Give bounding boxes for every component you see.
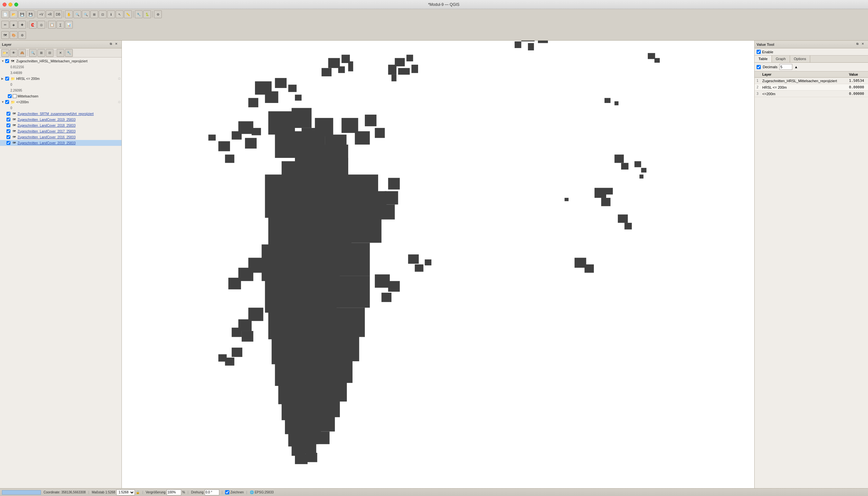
field-calc-btn[interactable]: ∑	[57, 21, 64, 29]
decimals-label: Decimals	[763, 65, 777, 69]
measure-btn[interactable]: 📏	[124, 11, 132, 18]
maximize-button[interactable]	[14, 3, 18, 6]
tab-table[interactable]: Table	[755, 56, 772, 62]
raster-icon-lc2018: 🗺	[11, 123, 17, 128]
svg-rect-0	[122, 41, 754, 488]
layer-label-hrsl: Zugeschnitten_HRSL_Mittelsachen_reprojiz…	[16, 59, 88, 63]
scale-value: 1:5268	[105, 491, 115, 494]
zoom-full-btn[interactable]: ⊞	[90, 11, 98, 18]
attribute-table-btn[interactable]: 📋	[48, 21, 56, 29]
scale-combo[interactable]: 1:5268	[116, 490, 135, 495]
group-icon: 📁	[10, 76, 15, 81]
render-checkbox[interactable]	[225, 490, 229, 494]
layer-checkbox-lc2019[interactable]	[6, 118, 11, 122]
layer-item-lc2018[interactable]: 🗺 Zugeschnitten_LandCover_2018_25833	[0, 122, 122, 128]
statistical-summary-btn[interactable]: 📊	[65, 21, 73, 29]
layer-item-lc2016[interactable]: 🗺 Zugeschnitten_LandCover_2016_25833	[0, 134, 122, 140]
value-0b: 0	[11, 106, 12, 110]
row-value: 0.00000	[847, 91, 868, 97]
value-panel-corner-buttons: ⧉ ✕	[856, 42, 866, 47]
save-project-btn[interactable]: 💾	[18, 11, 26, 18]
rotation-input[interactable]	[205, 490, 219, 495]
save-as-btn[interactable]: 💾	[27, 11, 34, 18]
plugins-btn[interactable]: 🔧	[135, 11, 143, 18]
layer-checkbox-hrsl[interactable]	[5, 59, 9, 63]
composer-btn[interactable]: 🗺	[1, 31, 9, 39]
value-label2: 3.44699	[11, 71, 22, 75]
identify-btn[interactable]: ℹ	[107, 11, 115, 18]
svg-rect-66	[301, 275, 340, 308]
value-table: Layer Value 1 Zugeschnitten_HRSL_Mittels…	[755, 72, 868, 97]
style-manager-btn[interactable]: 🎨	[10, 31, 17, 39]
map-area[interactable]	[122, 41, 754, 488]
minimize-button[interactable]	[9, 3, 12, 6]
layer-checkbox-lc2018[interactable]	[6, 123, 11, 127]
enable-checkbox[interactable]	[757, 50, 761, 54]
filter-layers-btn[interactable]: 🔍	[29, 49, 37, 57]
zoom-out-btn[interactable]: 🔍	[82, 11, 90, 18]
topology-btn[interactable]: ◎	[37, 21, 45, 29]
edit-btn[interactable]: ✏	[1, 21, 9, 29]
tab-graph[interactable]: Graph	[772, 56, 790, 62]
decimals-checkbox[interactable]	[757, 65, 761, 69]
layer-checkbox-srtm[interactable]	[6, 112, 11, 115]
select-btn[interactable]: ↖	[115, 11, 123, 18]
tab-options[interactable]: Options	[790, 56, 810, 62]
layer-item-lc2019b[interactable]: 🗺 Zugeschnitten_LandCover_2019_25833	[0, 140, 122, 146]
progress-bar	[2, 490, 41, 495]
zoom-in-btn[interactable]: 🔍	[74, 11, 81, 18]
settings-btn[interactable]: ⚙	[18, 31, 26, 39]
expand-all-btn[interactable]: ⊞	[37, 49, 45, 57]
layer-checkbox-hrsl200m[interactable]	[5, 77, 9, 80]
open-project-btn[interactable]: 📂	[10, 11, 17, 18]
decimals-spinner-up[interactable]: ▲	[794, 65, 798, 69]
hide-all-layers-btn[interactable]: 🙈	[18, 49, 26, 57]
open-layer-properties-btn[interactable]: 🔧	[65, 49, 73, 57]
close-button[interactable]	[3, 3, 6, 6]
layer-item-le200m[interactable]: ▼ 📁 <=200m □	[0, 99, 122, 105]
table-header-row: Layer Value	[755, 72, 868, 78]
layer-item-lc2017[interactable]: 🗺 Zugeschnitten_LandCover_2017_25833	[0, 128, 122, 134]
svg-rect-73	[385, 191, 398, 205]
layer-item-lc2019[interactable]: 🗺 Zugeschnitten_LandCover_2019_25833	[0, 117, 122, 122]
svg-rect-27	[322, 68, 332, 76]
toolbar-row-3: 🗺 🎨 ⚙	[0, 30, 868, 40]
float-value-panel-btn[interactable]: ⧉	[856, 42, 861, 47]
digitize-btn[interactable]: ✚	[18, 21, 26, 29]
layer-checkbox-lc2017[interactable]	[6, 129, 11, 133]
close-panel-btn[interactable]: ✕	[115, 42, 120, 47]
expand-icon-3: ▼	[1, 100, 4, 104]
sep-status-4: |	[222, 491, 223, 494]
zoom-layer-btn[interactable]: ⊡	[99, 11, 107, 18]
layer-item-mittelsachsen[interactable]: Mittelsachsen	[0, 93, 122, 99]
layer-checkbox-mittelsachsen[interactable]	[8, 94, 12, 98]
expand-icon: ▼	[1, 59, 4, 63]
layer-checkbox-le200m[interactable]	[5, 100, 9, 104]
remove-layer-btn[interactable]: ✕	[57, 49, 64, 57]
svg-rect-123	[634, 161, 641, 167]
add-group-btn[interactable]: 📁+	[1, 49, 9, 57]
zoom-input[interactable]	[167, 490, 181, 495]
add-db-btn[interactable]: DB	[54, 11, 62, 18]
snapping-btn[interactable]: 🧲	[29, 21, 37, 29]
python-btn[interactable]: 🐍	[143, 11, 151, 18]
processing-btn[interactable]: ⚙	[154, 11, 162, 18]
svg-rect-31	[615, 101, 619, 105]
decimals-input[interactable]	[779, 64, 792, 70]
layer-checkbox-lc2016[interactable]	[6, 135, 11, 139]
add-vector-btn[interactable]: +V	[37, 11, 45, 18]
add-raster-btn[interactable]: +R	[46, 11, 53, 18]
layer-item-hrsl200m[interactable]: ▶ 📁 HRSL <= 200m □	[0, 76, 122, 81]
close-value-panel-btn[interactable]: ✕	[862, 42, 866, 47]
layer-checkbox-lc2019b[interactable]	[6, 141, 11, 145]
node-tool-btn[interactable]: ◈	[10, 21, 17, 29]
svg-rect-125	[639, 174, 643, 178]
collapse-all-btn[interactable]: ⊟	[46, 49, 53, 57]
layer-item-srtm[interactable]: 🗺 Zugeschnitten_SRTM_zusammengeführt_rep…	[0, 111, 122, 117]
layer-item-zugeschnitten-hrsl[interactable]: ▼ 🗺 Zugeschnitten_HRSL_Mittelsachen_repr…	[0, 58, 122, 64]
float-panel-btn[interactable]: ⧉	[110, 42, 114, 47]
show-all-layers-btn[interactable]: 👁	[10, 49, 17, 57]
layers-panel-title: Layer	[2, 43, 11, 46]
new-project-btn[interactable]: 📄	[1, 11, 9, 18]
pan-btn[interactable]: ✋	[65, 11, 73, 18]
